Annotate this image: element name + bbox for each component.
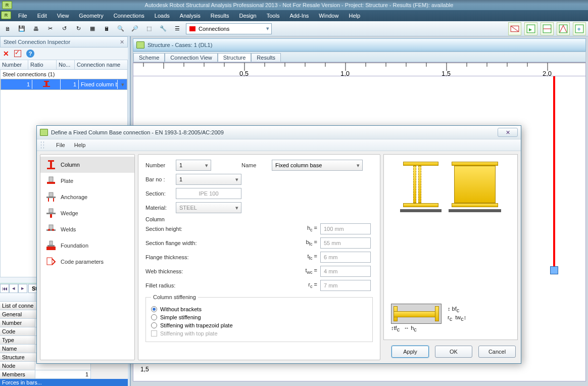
menu-results[interactable]: Results	[206, 10, 234, 21]
prop-footer-link[interactable]: Forces in bars...	[0, 379, 128, 386]
tb-new-icon[interactable]: 🗎	[2, 23, 13, 34]
view-tool-1-icon[interactable]	[508, 22, 521, 35]
tab-results[interactable]: Results	[251, 53, 281, 62]
nav-plate[interactable]: Plate	[40, 173, 134, 189]
nav-foundation[interactable]: Foundation	[40, 237, 134, 254]
svg-text:+: +	[577, 25, 581, 32]
tb-cut-icon[interactable]: ✂	[44, 23, 56, 34]
app-menu-icon[interactable]: R	[1, 11, 11, 19]
inspector-group-row[interactable]: Steel connections (1)	[1, 70, 127, 79]
dialog-buttons: Apply OK Cancel	[383, 343, 518, 360]
svg-rect-35	[50, 162, 52, 168]
inspector-row-selected[interactable]: 1 1 Fixed column base	[1, 79, 127, 90]
menu-tools[interactable]: Tools	[262, 10, 285, 21]
apply-button[interactable]: Apply	[391, 346, 429, 358]
menu-loads[interactable]: Loads	[150, 10, 175, 21]
col-ratio[interactable]: Ratio	[28, 60, 57, 69]
canvas-member-line	[553, 76, 555, 268]
radio-without-brackets[interactable]: Without brackets	[151, 306, 367, 312]
tb-save-icon[interactable]: 💾	[16, 23, 27, 34]
tab-connection-view[interactable]: Connection View	[165, 53, 217, 62]
tab-scheme[interactable]: Scheme	[133, 53, 165, 62]
svg-text:▸: ▸	[529, 25, 532, 32]
field-name[interactable]: Fixed column base	[272, 160, 363, 171]
nav-column-label: Column	[61, 162, 80, 168]
radio-trapezoid-plate[interactable]: Stiffening with trapezoid plate	[151, 322, 367, 328]
svg-rect-47	[46, 229, 56, 231]
tab-structure[interactable]: Structure	[218, 53, 252, 62]
col-no[interactable]: No...	[57, 60, 75, 69]
menu-geometry[interactable]: Geometry	[74, 10, 108, 21]
menu-design[interactable]: Design	[234, 10, 261, 21]
tab-nav-next-icon[interactable]: ▸	[18, 284, 27, 293]
help-icon[interactable]: ?	[26, 50, 34, 58]
col-connname[interactable]: Connection name	[75, 60, 128, 69]
lbl-hc: Section height:	[145, 226, 297, 232]
nav-welds[interactable]: Welds	[40, 221, 134, 237]
nav-anchorage[interactable]: Anchorage	[40, 189, 134, 205]
tb-print-icon[interactable]: 🖶	[30, 23, 41, 34]
svg-rect-39	[49, 192, 53, 197]
tb-zoomplus-icon[interactable]: 🔎	[129, 23, 140, 34]
view-tool-5-icon[interactable]: +	[573, 22, 586, 35]
tb-box-icon[interactable]: ⬚	[143, 23, 155, 34]
dialog-icon	[40, 129, 48, 136]
view-tool-2-icon[interactable]: ▸	[524, 22, 537, 35]
nav-anchorage-icon	[45, 192, 57, 202]
nav-code-icon	[45, 257, 57, 267]
menu-analysis[interactable]: Analysis	[175, 10, 206, 21]
nav-wedge[interactable]: Wedge	[40, 205, 134, 221]
nav-wedge-icon	[45, 208, 57, 218]
menu-file[interactable]: File	[13, 10, 32, 21]
preview-top: ↕tfc ↔ hc ↕ bfc rc twc↕	[391, 304, 510, 332]
svg-rect-51	[47, 245, 55, 247]
prop-row-members[interactable]: Members1	[0, 370, 128, 379]
tb-undo-icon[interactable]: ↺	[59, 23, 70, 34]
cancel-button[interactable]: Cancel	[478, 346, 516, 358]
layout-combo[interactable]: Connections	[186, 23, 272, 34]
layout-combo-label: Connections	[199, 26, 229, 32]
nav-column[interactable]: Column	[40, 157, 134, 173]
dialog-close-button[interactable]: ✕	[498, 128, 518, 137]
tb-calc-icon[interactable]: 🖩	[101, 23, 112, 34]
field-barno[interactable]: 1	[176, 174, 241, 185]
window-titlebar: R Autodesk Robot Structural Analysis Pro…	[0, 0, 588, 10]
dialog-titlebar[interactable]: Define a Fixed Column Base connection - …	[37, 126, 521, 139]
dim-row-twc: Web thickness: twc = 4 mm	[145, 266, 373, 277]
tab-nav-prev-icon[interactable]: ◂	[9, 284, 18, 293]
radio-simple-stiffening[interactable]: Simple stiffening	[151, 314, 367, 320]
menu-connections[interactable]: Connections	[109, 10, 150, 21]
tb-wrench-icon[interactable]: 🔧	[158, 23, 169, 34]
tb-redo-icon[interactable]: ↻	[73, 23, 84, 34]
lbl-number: Number	[145, 162, 176, 168]
tab-nav-first-icon[interactable]: ⏮	[0, 284, 9, 293]
sym-rc: rc =	[297, 281, 317, 289]
dim-row-rc: Fillet radius: rc = 7 mm	[145, 280, 373, 291]
menu-window[interactable]: Window	[314, 10, 344, 21]
menu-view[interactable]: View	[52, 10, 74, 21]
lbl-tfc: Flange thickness:	[145, 254, 297, 260]
menu-addins[interactable]: Add-Ins	[284, 10, 314, 21]
tb-panel-icon[interactable]: ☰	[172, 23, 183, 34]
col-number[interactable]: Number	[0, 60, 28, 69]
ok-button[interactable]: OK	[435, 346, 472, 358]
view-tool-3-icon[interactable]	[541, 22, 554, 35]
radio-label-1: Simple stiffening	[160, 314, 201, 320]
tb-table-icon[interactable]: ▦	[87, 23, 98, 34]
menu-edit[interactable]: Edit	[32, 10, 52, 21]
tb-zoom-icon[interactable]: 🔍	[115, 23, 126, 34]
dialog-menu-file[interactable]: File	[56, 142, 65, 148]
dialog-right: ↕tfc ↔ hc ↕ bfc rc twc↕ Apply OK Cancel	[383, 154, 518, 360]
check-icon[interactable]	[14, 50, 21, 57]
menu-help[interactable]: Help	[344, 10, 365, 21]
flag-icon	[189, 26, 195, 31]
delete-icon[interactable]: ✕	[3, 50, 9, 58]
dialog-menu-help[interactable]: Help	[74, 142, 86, 148]
radio-indicator-2	[151, 322, 157, 328]
nav-code-params[interactable]: Code parameters	[40, 254, 134, 270]
field-hc: 100 mm	[320, 223, 371, 234]
field-number[interactable]: 1	[176, 160, 211, 171]
view-tool-4-icon[interactable]	[557, 22, 570, 35]
svg-rect-46	[49, 225, 53, 229]
nav-anchorage-label: Anchorage	[61, 194, 87, 200]
